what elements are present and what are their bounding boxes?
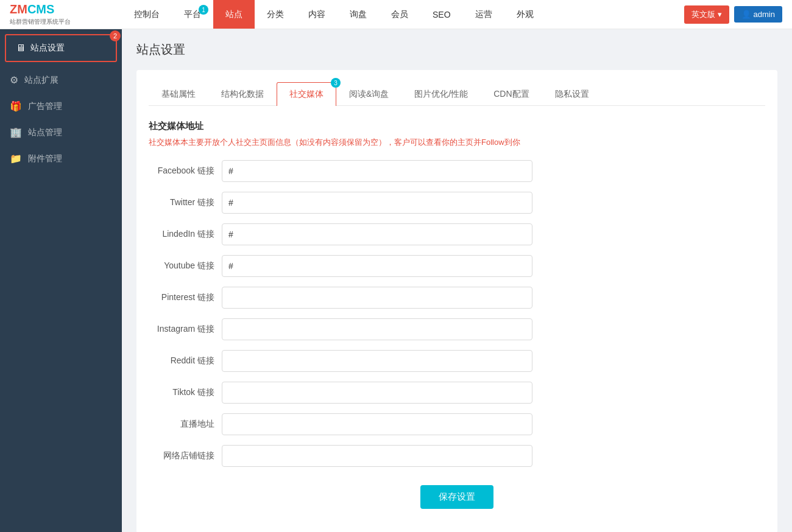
section-title: 社交媒体地址 <box>149 121 765 132</box>
sidebar-item-广告管理[interactable]: 🎁广告管理 <box>0 93 122 119</box>
monitor-icon: 🖥 <box>16 43 26 54</box>
tabs: 基础属性结构化数据社交媒体3阅读&询盘图片优化/性能CDN配置隐私设置 <box>149 82 765 106</box>
nav-item-内容[interactable]: 内容 <box>296 0 338 29</box>
logo: ZMCMS 站群营销管理系统平台 <box>10 2 71 26</box>
field-input-9[interactable] <box>222 445 532 467</box>
field-input-1[interactable] <box>222 192 532 214</box>
tab-隐私设置[interactable]: 隐私设置 <box>542 82 602 106</box>
sidebar-icon: 🎁 <box>10 100 22 112</box>
field-input-0[interactable] <box>222 160 532 182</box>
field-input-3[interactable] <box>222 255 532 277</box>
form-row: 网络店铺链接 <box>149 445 765 467</box>
field-label-5: Instagram 链接 <box>149 324 222 335</box>
nav-item-外观[interactable]: 外观 <box>504 0 546 29</box>
field-input-8[interactable] <box>222 413 532 435</box>
field-label-9: 网络店铺链接 <box>149 450 222 461</box>
logo-area: ZMCMS 站群营销管理系统平台 <box>0 0 122 29</box>
tab-社交媒体[interactable]: 社交媒体3 <box>277 82 336 106</box>
form-row: Youtube 链接 <box>149 255 765 277</box>
field-input-7[interactable] <box>222 382 532 404</box>
nav-item-平台[interactable]: 平台1 <box>172 0 213 29</box>
logo-zm: ZM <box>10 2 27 16</box>
nav-right: 英文版 ▾ 👤 admin <box>684 5 792 24</box>
form-row: LindedIn 链接 <box>149 223 765 245</box>
field-label-1: Twitter 链接 <box>149 197 222 208</box>
nav-item-SEO[interactable]: SEO <box>420 0 463 29</box>
sidebar-items: ⚙站点扩展🎁广告管理🏢站点管理📁附件管理 <box>0 67 122 172</box>
tab-阅读&询盘[interactable]: 阅读&询盘 <box>336 82 401 106</box>
section-desc: 社交媒体本主要开放个人社交主页面信息（如没有内容须保留为空），客户可以查看你的主… <box>149 137 765 148</box>
sidebar-item-站点扩展[interactable]: ⚙站点扩展 <box>0 67 122 93</box>
sidebar-item-站点管理[interactable]: 🏢站点管理 <box>0 119 122 145</box>
logo-cms: CMS <box>27 2 54 16</box>
nav-item-站点[interactable]: 站点 <box>213 0 255 29</box>
field-label-8: 直播地址 <box>149 419 222 430</box>
nav-item-会员[interactable]: 会员 <box>379 0 420 29</box>
sidebar-main-badge: 2 <box>110 30 121 41</box>
field-label-3: Youtube 链接 <box>149 261 222 271</box>
sidebar-main-item[interactable]: 🖥 站点设置 2 <box>5 34 117 62</box>
tab-图片优化/性能[interactable]: 图片优化/性能 <box>401 82 481 106</box>
section-desc-highlight: （如没有内容须保留为空） <box>291 138 386 147</box>
form-fields: Facebook 链接Twitter 链接LindedIn 链接Youtube … <box>149 160 765 467</box>
field-input-6[interactable] <box>222 350 532 372</box>
form-row: Reddit 链接 <box>149 350 765 372</box>
layout: 🖥 站点设置 2 ⚙站点扩展🎁广告管理🏢站点管理📁附件管理 站点设置 基础属性结… <box>0 29 792 532</box>
sidebar-icon: ⚙ <box>10 74 18 86</box>
tab-基础属性[interactable]: 基础属性 <box>149 82 208 106</box>
save-button[interactable]: 保存设置 <box>420 485 493 509</box>
section-desc-suffix: ，客户可以查看你的主页并Follow到你 <box>386 138 520 147</box>
tab-结构化数据[interactable]: 结构化数据 <box>208 82 277 106</box>
sidebar-item-附件管理[interactable]: 📁附件管理 <box>0 145 122 172</box>
sidebar-icon: 📁 <box>10 153 22 164</box>
nav-item-分类[interactable]: 分类 <box>255 0 296 29</box>
sidebar-item-label: 广告管理 <box>28 101 62 112</box>
nav-items: 控制台平台1站点分类内容询盘会员SEO运营外观 <box>122 0 684 29</box>
field-label-6: Reddit 链接 <box>149 355 222 366</box>
lang-button[interactable]: 英文版 ▾ <box>684 5 729 24</box>
admin-button[interactable]: 👤 admin <box>734 6 782 23</box>
field-label-4: Pinterest 链接 <box>149 292 222 303</box>
nav-item-运营[interactable]: 运营 <box>463 0 504 29</box>
form-row: 直播地址 <box>149 413 765 435</box>
nav-item-询盘[interactable]: 询盘 <box>338 0 379 29</box>
field-input-4[interactable] <box>222 287 532 309</box>
form-row: Facebook 链接 <box>149 160 765 182</box>
field-label-2: LindedIn 链接 <box>149 229 222 240</box>
sidebar-icon: 🏢 <box>10 127 22 138</box>
save-area: 保存设置 <box>149 485 765 521</box>
section-desc-normal: 社交媒体本主要开放个人社交主页面信息 <box>149 138 291 147</box>
sidebar-main-label: 站点设置 <box>30 43 65 54</box>
sidebar-item-label: 站点管理 <box>28 127 62 138</box>
field-input-2[interactable] <box>222 223 532 245</box>
form-row: Instagram 链接 <box>149 318 765 340</box>
page-title: 站点设置 <box>136 41 777 58</box>
field-label-7: Tiktok 链接 <box>149 387 222 398</box>
main-content: 站点设置 基础属性结构化数据社交媒体3阅读&询盘图片优化/性能CDN配置隐私设置… <box>122 29 792 532</box>
nav-badge: 1 <box>199 5 208 15</box>
tab-CDN配置[interactable]: CDN配置 <box>481 82 542 106</box>
sidebar-item-label: 站点扩展 <box>24 75 58 86</box>
sidebar: 🖥 站点设置 2 ⚙站点扩展🎁广告管理🏢站点管理📁附件管理 <box>0 29 122 532</box>
nav-item-控制台[interactable]: 控制台 <box>122 0 172 29</box>
settings-card: 基础属性结构化数据社交媒体3阅读&询盘图片优化/性能CDN配置隐私设置 社交媒体… <box>136 70 777 532</box>
form-row: Twitter 链接 <box>149 192 765 214</box>
form-row: Pinterest 链接 <box>149 287 765 309</box>
sidebar-item-label: 附件管理 <box>28 153 62 164</box>
field-input-5[interactable] <box>222 318 532 340</box>
logo-subtitle: 站群营销管理系统平台 <box>10 18 71 26</box>
top-nav: ZMCMS 站群营销管理系统平台 控制台平台1站点分类内容询盘会员SEO运营外观… <box>0 0 792 29</box>
field-label-0: Facebook 链接 <box>149 166 222 177</box>
form-row: Tiktok 链接 <box>149 382 765 404</box>
